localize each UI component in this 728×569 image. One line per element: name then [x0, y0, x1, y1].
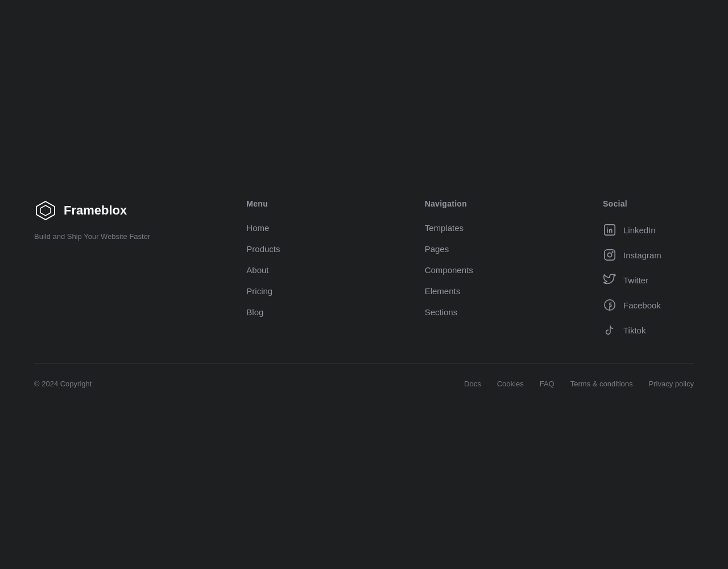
navigation-heading: Navigation	[425, 199, 516, 208]
social-column: Social LinkedIn	[603, 199, 694, 340]
social-link-instagram[interactable]: Instagram	[603, 245, 694, 265]
brand-tagline: Build and Ship Your Website Faster	[34, 231, 159, 242]
logo-icon	[34, 199, 57, 222]
footer-container: Frameblox Build and Ship Your Website Fa…	[0, 165, 728, 404]
tiktok-icon	[603, 323, 617, 337]
footer-bottom: © 2024 Copyright Docs Cookies FAQ Terms …	[34, 364, 694, 404]
nav-item-sections[interactable]: Sections	[425, 304, 516, 320]
social-link-linkedin[interactable]: LinkedIn	[603, 220, 694, 240]
svg-rect-6	[605, 250, 615, 260]
twitter-icon	[603, 273, 617, 287]
footer-link-cookies[interactable]: Cookies	[497, 380, 524, 388]
social-label-twitter: Twitter	[623, 275, 648, 285]
social-label-tiktok: Tiktok	[623, 325, 646, 335]
svg-marker-0	[36, 201, 55, 220]
menu-item-blog[interactable]: Blog	[246, 304, 337, 320]
menu-item-about[interactable]: About	[246, 262, 337, 278]
svg-point-8	[612, 251, 613, 252]
social-link-tiktok[interactable]: Tiktok	[603, 320, 694, 340]
linkedin-icon	[603, 223, 617, 237]
page-wrapper: Frameblox Build and Ship Your Website Fa…	[0, 0, 728, 569]
menu-item-pricing[interactable]: Pricing	[246, 283, 337, 299]
svg-point-7	[607, 253, 611, 257]
svg-marker-1	[40, 205, 51, 216]
nav-item-elements[interactable]: Elements	[425, 283, 516, 299]
footer-link-privacy[interactable]: Privacy policy	[649, 380, 694, 388]
navigation-column: Navigation Templates Pages Components El…	[425, 199, 516, 320]
footer-links: Docs Cookies FAQ Terms & conditions Priv…	[464, 380, 694, 388]
copyright-text: © 2024 Copyright	[34, 380, 92, 388]
menu-column: Menu Home Products About Pricing Blog	[246, 199, 337, 320]
nav-item-pages[interactable]: Pages	[425, 241, 516, 257]
social-label-facebook: Facebook	[623, 300, 661, 310]
menu-heading: Menu	[246, 199, 337, 208]
social-label-instagram: Instagram	[623, 250, 661, 260]
brand-name: Frameblox	[64, 203, 127, 218]
social-link-twitter[interactable]: Twitter	[603, 270, 694, 290]
menu-item-home[interactable]: Home	[246, 220, 337, 236]
footer-link-docs[interactable]: Docs	[464, 380, 481, 388]
social-label-linkedin: LinkedIn	[623, 225, 656, 235]
instagram-icon	[603, 248, 617, 262]
social-link-facebook[interactable]: Facebook	[603, 295, 694, 315]
social-heading: Social	[603, 199, 694, 208]
nav-item-components[interactable]: Components	[425, 262, 516, 278]
nav-item-templates[interactable]: Templates	[425, 220, 516, 236]
brand-logo: Frameblox	[34, 199, 159, 222]
facebook-icon	[603, 298, 617, 312]
footer-link-faq[interactable]: FAQ	[540, 380, 555, 388]
brand-column: Frameblox Build and Ship Your Website Fa…	[34, 199, 159, 242]
menu-item-products[interactable]: Products	[246, 241, 337, 257]
footer-link-terms[interactable]: Terms & conditions	[570, 380, 633, 388]
footer-main: Frameblox Build and Ship Your Website Fa…	[34, 165, 694, 364]
